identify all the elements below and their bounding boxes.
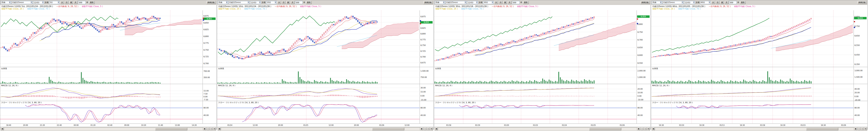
- period-select[interactable]: 10分▾: [266, 1, 277, 4]
- period-week-button[interactable]: 週: [503, 1, 507, 4]
- period-select[interactable]: 60分▾: [700, 1, 711, 4]
- scroll-right-button[interactable]: ▶: [420, 128, 423, 130]
- chart-area: 8,8758,8508,8258,8008,7758,7508,7258,700…: [217, 10, 433, 127]
- scrollbar-thumb[interactable]: [372, 128, 404, 130]
- apply-button[interactable]: 適用: [306, 1, 312, 4]
- scroll-left-button[interactable]: ◀: [218, 128, 221, 130]
- zoom-in-button[interactable]: ＋: [427, 128, 430, 130]
- period-day-button[interactable]: 日: [499, 1, 502, 4]
- symbol-select[interactable]: 日経225mini▾: [662, 1, 684, 4]
- scrollbar-track[interactable]: [438, 128, 637, 131]
- scrollbar-track[interactable]: [221, 128, 420, 131]
- scroll-left-button[interactable]: ◀: [435, 128, 438, 130]
- scrollbar-thumb[interactable]: [589, 128, 621, 130]
- svg-text:-20.00: -20.00: [855, 99, 860, 101]
- scrollbar-thumb[interactable]: [806, 128, 838, 130]
- period-week-button[interactable]: 週: [286, 1, 290, 4]
- chart-canvas[interactable]: 8,8508,7508,6508,5508,4508,3508,8353,000…: [651, 10, 867, 127]
- symbol-select[interactable]: 日経225mini▾: [445, 1, 467, 4]
- apply-button[interactable]: 適用: [89, 1, 95, 4]
- bar-count-input[interactable]: [78, 1, 86, 4]
- scroll-end-button[interactable]: ≫: [647, 128, 650, 130]
- period-minute-button[interactable]: 分: [60, 1, 64, 4]
- zoom-out-button[interactable]: －: [641, 128, 644, 130]
- symbol-select[interactable]: 日経225mini▾: [228, 1, 250, 4]
- zoom-out-button[interactable]: －: [424, 128, 427, 130]
- scrollbar-track[interactable]: [4, 128, 203, 131]
- apply-button[interactable]: 適用: [523, 1, 529, 4]
- svg-text:0.00: 0.00: [204, 96, 208, 98]
- contract-select[interactable]: 12/03▾: [684, 1, 695, 4]
- symbol-select[interactable]: 日経225mini▾: [11, 1, 33, 4]
- svg-text:8,850: 8,850: [641, 16, 646, 18]
- svg-text:20.00: 20.00: [855, 92, 860, 94]
- period-month-button[interactable]: 月: [724, 1, 728, 4]
- period-day-button[interactable]: 日: [282, 1, 285, 4]
- compare-button[interactable]: 銘柄比較: [641, 1, 650, 4]
- chevron-down-icon: ▾: [443, 1, 444, 4]
- scroll-end-button[interactable]: ≫: [430, 128, 433, 130]
- svg-text:0.00: 0.00: [855, 95, 859, 97]
- chart-window-1: 先物▾ 日経225mini▾ 12/03▾ 足種 5分▾ 分 日 週 月 本 適…: [0, 0, 217, 130]
- bar-count-input[interactable]: [729, 1, 737, 4]
- period-minute-button[interactable]: 分: [277, 1, 281, 4]
- compare-button[interactable]: 銘柄比較: [207, 1, 216, 4]
- zoom-in-button[interactable]: ＋: [210, 128, 213, 130]
- period-select[interactable]: 5分▾: [49, 1, 60, 4]
- chart-canvas[interactable]: 8,8758,8508,8258,8008,7758,7508,7258,700…: [0, 10, 216, 127]
- svg-text:8,700: 8,700: [638, 39, 643, 41]
- contract-select[interactable]: 12/03▾: [33, 1, 44, 4]
- zoom-in-button[interactable]: ＋: [861, 128, 864, 130]
- contract-select[interactable]: 12/03▾: [467, 1, 478, 4]
- svg-text:16:30: 16:30: [740, 124, 745, 126]
- legend-ma3: 移動平均線( Close, 75 ): [678, 8, 701, 10]
- scroll-left-button[interactable]: ◀: [652, 128, 655, 130]
- contract-select[interactable]: 12/03▾: [250, 1, 261, 4]
- svg-text:8,850: 8,850: [424, 21, 429, 23]
- period-week-button[interactable]: 週: [69, 1, 73, 4]
- period-month-button[interactable]: 月: [290, 1, 294, 4]
- period-minute-button[interactable]: 分: [494, 1, 498, 4]
- period-month-button[interactable]: 月: [73, 1, 78, 4]
- svg-text:8,800: 8,800: [421, 33, 426, 35]
- market-select[interactable]: 先物▾: [218, 1, 228, 4]
- svg-text:8,775: 8,775: [421, 39, 426, 41]
- scroll-right-button[interactable]: ▶: [854, 128, 857, 130]
- period-minute-button[interactable]: 分: [711, 1, 715, 4]
- scroll-left-button[interactable]: ◀: [1, 128, 4, 130]
- scroll-end-button[interactable]: ≫: [213, 128, 216, 130]
- scroll-end-button[interactable]: ≫: [864, 128, 867, 130]
- macd-label: MACD( 12, 26, 9 ): [218, 84, 235, 87]
- zoom-out-button[interactable]: －: [207, 128, 210, 130]
- market-select[interactable]: 先物▾: [652, 1, 662, 4]
- scroll-right-button[interactable]: ▶: [203, 128, 206, 130]
- svg-text:30.00: 30.00: [421, 87, 426, 89]
- scrollbar-thumb[interactable]: [155, 128, 187, 130]
- svg-text:16:30: 16:30: [821, 124, 826, 126]
- svg-text:13:00: 13:00: [175, 124, 180, 126]
- scrollbar-track[interactable]: [655, 128, 854, 131]
- bar-count-unit: 本: [520, 1, 522, 4]
- apply-button[interactable]: 適用: [740, 1, 746, 4]
- period-month-button[interactable]: 月: [507, 1, 512, 4]
- legend-ichimoku: 一目均衡表( 9, 26, 52 ): [56, 5, 79, 7]
- chart-canvas[interactable]: 8,8758,8508,8258,8008,7758,7508,7258,700…: [217, 10, 433, 127]
- zoom-in-button[interactable]: ＋: [644, 128, 647, 130]
- market-select[interactable]: 先物▾: [435, 1, 445, 4]
- chart-canvas[interactable]: 8,8508,8008,7508,7008,6508,6008,5508,850…: [434, 10, 650, 127]
- bar-count-input[interactable]: [512, 1, 520, 4]
- compare-button[interactable]: 銘柄比較: [858, 1, 867, 4]
- compare-button[interactable]: 銘柄比較: [424, 1, 433, 4]
- market-select[interactable]: 先物▾: [1, 1, 11, 4]
- bar-count-input[interactable]: [295, 1, 303, 4]
- scroll-right-button[interactable]: ▶: [637, 128, 640, 130]
- svg-text:01/10: 01/10: [679, 124, 684, 126]
- period-day-button[interactable]: 日: [716, 1, 719, 4]
- period-label: 足種: [262, 1, 266, 4]
- period-select[interactable]: 30分▾: [483, 1, 494, 4]
- period-day-button[interactable]: 日: [65, 1, 68, 4]
- svg-text:750.00: 750.00: [421, 76, 427, 78]
- svg-text:11:40: 11:40: [158, 124, 163, 126]
- period-week-button[interactable]: 週: [720, 1, 724, 4]
- zoom-out-button[interactable]: －: [858, 128, 861, 130]
